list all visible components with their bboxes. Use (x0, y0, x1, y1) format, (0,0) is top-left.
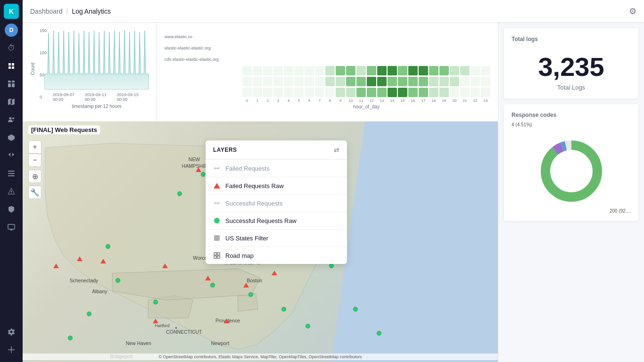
map-marker-failed (153, 319, 158, 323)
content-area: Count 150 100 50 0 (23, 23, 644, 362)
monitor-icon[interactable] (3, 219, 20, 236)
map-title: [FINAL] Web Requests (28, 125, 100, 134)
svg-rect-2 (8, 83, 11, 87)
svg-text:Newport: Newport (211, 341, 229, 346)
svg-marker-6 (8, 134, 15, 141)
map-marker-success (329, 263, 334, 268)
donut-chart-container (512, 131, 631, 206)
svg-text:New Haven: New Haven (126, 341, 151, 346)
stack-icon[interactable] (3, 165, 20, 182)
svg-text:CONNECTICUT: CONNECTICUT (166, 329, 202, 335)
map-wrench-button[interactable]: 🔧 (28, 186, 41, 199)
svg-rect-9 (8, 175, 15, 176)
map-marker-failed (272, 271, 277, 275)
area-chart-x-label: timestamp per 12 hours (44, 104, 149, 109)
right-panel: Total logs 3,235 Total Logs Response cod… (498, 23, 644, 362)
map-wrench-group: 🔧 (28, 186, 41, 199)
layers-header: LAYERS ⇄ (206, 140, 347, 160)
total-logs-card: Total logs 3,235 Total Logs (504, 28, 638, 99)
map-marker-success (305, 324, 310, 329)
map-marker-failed (162, 263, 168, 268)
area-chart-x1: 2019-09-07 00:00 (53, 92, 85, 102)
svg-point-4 (9, 117, 12, 120)
failed-requests-layer-item[interactable]: Failed Requests (206, 160, 347, 177)
donut-chart-svg (529, 131, 614, 206)
users-icon[interactable] (3, 111, 20, 128)
map-icon[interactable] (3, 93, 20, 110)
area-chart-svg (44, 28, 149, 90)
shield-icon[interactable] (3, 201, 20, 218)
ml-icon[interactable] (3, 129, 20, 146)
heatmap-y3: cdn.elastic-elastic-elastic.org (165, 55, 219, 64)
expand-icon[interactable] (3, 341, 20, 358)
map-marker-success (377, 331, 381, 336)
devtools-icon[interactable] (3, 147, 20, 164)
heatmap-grid: /* cells drawn via JS below */ 012345678… (242, 32, 490, 109)
svg-rect-0 (8, 81, 11, 82)
map-zoom-group: + − (28, 140, 41, 167)
map-marker-success (210, 283, 215, 288)
svg-point-5 (12, 117, 14, 119)
clock-icon[interactable]: ⏱ (3, 40, 20, 57)
failed-requests-raw-layer-item[interactable]: Failed Requests Raw (206, 177, 347, 195)
map-marker-failed (53, 263, 59, 268)
response-codes-legend: 4 (4.51%) (512, 122, 631, 127)
svg-text:Hartford: Hartford (155, 323, 170, 328)
sidebar: K D ⏱ (0, 0, 23, 362)
dashboard-icon[interactable] (3, 75, 20, 92)
svg-rect-3 (12, 83, 15, 87)
map-marker-success (68, 336, 73, 340)
canvas-icon[interactable] (3, 58, 20, 74)
breadcrumb-home[interactable]: Dashboard (30, 8, 63, 15)
square-icon (213, 234, 221, 242)
map-locate-button[interactable]: ⊕ (28, 170, 41, 183)
map-attribution: © OpenStreetMap contributors, Elastic Ma… (23, 354, 498, 360)
page-title: Log Analytics (72, 8, 111, 15)
svg-rect-11 (11, 193, 11, 194)
map-controls: + − ⊕ 🔧 (28, 140, 41, 202)
total-logs-value: 3,235 (512, 46, 631, 84)
svg-rect-38 (217, 256, 220, 258)
zoom-in-button[interactable]: + (28, 140, 41, 154)
svg-rect-7 (8, 171, 15, 172)
main-content: Dashboard / Log Analytics ⚙ Count 150 10… (23, 0, 644, 362)
heatmap-y1: www.elastic.co (165, 32, 219, 41)
area-chart-panel: Count 150 100 50 0 (23, 23, 157, 121)
breadcrumb-separator: / (66, 8, 68, 15)
map-marker-success (201, 172, 206, 177)
map-marker-success (106, 244, 110, 249)
us-states-filter-label: US States Filter (225, 235, 268, 242)
map-marker-success (87, 312, 91, 316)
header-settings-icon[interactable]: ⚙ (629, 7, 636, 16)
area-chart-y-axis: 150 100 50 0 (40, 28, 47, 99)
svg-text:Albany: Albany (92, 289, 107, 294)
map-marker-success (248, 292, 253, 297)
gear-icon[interactable] (3, 323, 20, 340)
area-chart-y-label: Count (30, 62, 35, 75)
alert-icon[interactable] (3, 183, 20, 200)
svg-rect-35 (214, 253, 216, 255)
area-chart-x3: 2019-09-15 00:00 (117, 92, 149, 102)
heatmap-x-axis-title: hour_of_day (242, 104, 490, 109)
layers-panel: LAYERS ⇄ Failed Requests Failed Requ (206, 140, 347, 264)
svg-rect-12 (8, 224, 15, 229)
successful-requests-layer-item[interactable]: Successful Requests (206, 195, 347, 212)
user-avatar[interactable]: D (5, 24, 18, 37)
us-states-filter-layer-item[interactable]: US States Filter (206, 230, 347, 247)
circle-icon (213, 217, 221, 224)
grid-icon (213, 252, 221, 259)
map-marker-failed (77, 256, 83, 261)
map-marker-failed (224, 319, 230, 323)
svg-point-40 (545, 145, 597, 197)
zoom-out-button[interactable]: − (28, 154, 41, 167)
map-marker-failed (100, 259, 106, 263)
failed-requests-raw-label: Failed Requests Raw (225, 182, 284, 189)
road-map-layer-item[interactable]: Road map (206, 247, 347, 264)
failed-requests-label: Failed Requests (225, 165, 270, 172)
map-marker-success (153, 300, 158, 304)
layers-sort-icon[interactable]: ⇄ (334, 146, 339, 154)
area-chart-x2: 2019-09-11 00:00 (85, 92, 117, 102)
breadcrumb: Dashboard / Log Analytics (30, 8, 111, 15)
app-logo[interactable]: K (4, 4, 19, 19)
successful-requests-raw-layer-item[interactable]: Successful Requests Raw (206, 212, 347, 230)
